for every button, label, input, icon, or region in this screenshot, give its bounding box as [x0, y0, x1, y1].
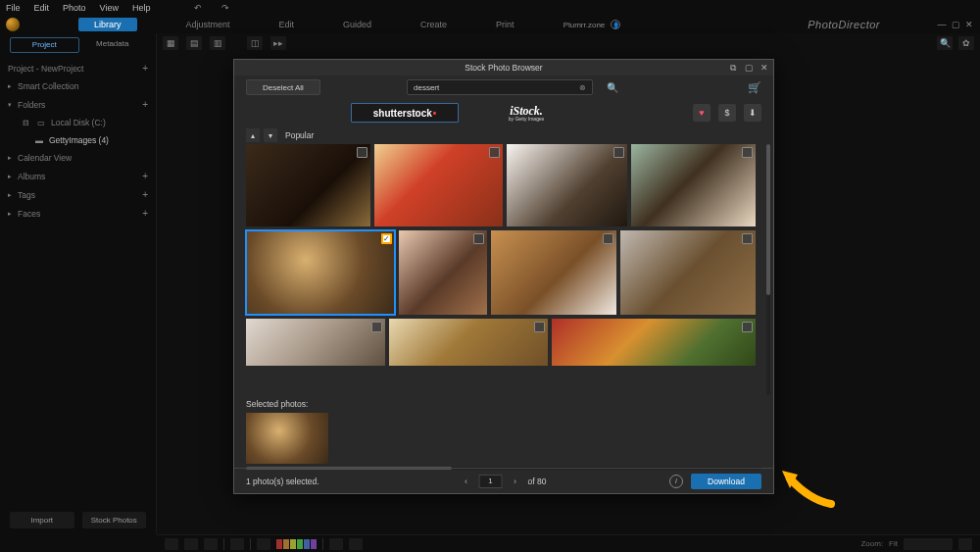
cart-icon[interactable]: 🛒	[748, 81, 761, 94]
info-icon[interactable]: i	[669, 475, 683, 488]
search-button-icon[interactable]: 🔍	[605, 79, 620, 95]
deselect-all-button[interactable]: Deselect All	[246, 79, 320, 95]
provider-istock-tab[interactable]: iStock. by Getty Images	[472, 103, 580, 123]
flag-icon[interactable]	[257, 538, 270, 550]
photo-thumb[interactable]	[620, 230, 756, 315]
view-toggle-icon[interactable]	[184, 538, 198, 550]
menu-view[interactable]: View	[100, 3, 119, 13]
thumb-checkbox[interactable]	[489, 147, 500, 158]
thumb-checkbox[interactable]	[613, 147, 624, 158]
thumb-checkbox[interactable]	[603, 233, 613, 244]
zoom-value[interactable]: Fit	[889, 539, 898, 548]
thumb-checkbox[interactable]	[371, 322, 382, 332]
share-icon[interactable]	[349, 538, 363, 550]
sort-asc-icon[interactable]: ▴	[246, 128, 260, 142]
mode-adjustment[interactable]: Adjustment	[186, 20, 230, 29]
side-tab-metadata[interactable]: Metadata	[79, 37, 147, 53]
sidebar-getty-folder[interactable]: ▬ GettyImages (4)	[0, 131, 156, 149]
photo-thumb[interactable]	[631, 144, 756, 226]
rating-icon[interactable]	[329, 538, 343, 550]
color-yellow-icon[interactable]	[290, 539, 296, 549]
favorites-icon[interactable]: ♥	[693, 104, 710, 122]
view-toggle2-icon[interactable]	[204, 538, 218, 550]
search-input[interactable]	[414, 83, 579, 92]
provider-shutterstock-tab[interactable]: shutterstock •	[351, 103, 459, 123]
plus-icon[interactable]: +	[142, 63, 148, 74]
compare-icon[interactable]: ◫	[247, 36, 263, 50]
close-icon[interactable]: ✕	[964, 20, 974, 29]
mode-create[interactable]: Create	[420, 20, 447, 29]
maximize-icon[interactable]: ▢	[951, 20, 960, 29]
undo-icon[interactable]: ↶	[191, 1, 205, 15]
sidebar-local-disk[interactable]: ⊟ ▭ Local Disk (C:)	[0, 114, 156, 131]
maximize-dialog-icon[interactable]: ▢	[744, 63, 754, 74]
menu-photo[interactable]: Photo	[63, 3, 86, 13]
thumb-checkbox[interactable]	[473, 233, 484, 244]
user-avatar-icon[interactable]: 👤	[611, 20, 620, 29]
rotate-icon[interactable]	[230, 538, 244, 550]
sort-desc-icon[interactable]: ▾	[264, 128, 277, 142]
sidebar-faces[interactable]: ▸ Faces +	[0, 204, 156, 223]
grid-scrollbar[interactable]	[766, 144, 770, 395]
side-tab-project[interactable]: Project	[10, 37, 79, 53]
color-green-icon[interactable]	[297, 539, 303, 549]
filmstrip-toggle-icon[interactable]	[165, 538, 178, 550]
close-dialog-icon[interactable]: ✕	[760, 63, 769, 74]
sort-label[interactable]: Popular	[285, 130, 314, 140]
thumb-checkbox[interactable]	[742, 233, 753, 244]
menu-edit[interactable]: Edit	[34, 3, 50, 13]
color-purple-icon[interactable]	[311, 539, 317, 549]
photo-thumb[interactable]	[552, 319, 756, 366]
photo-thumb[interactable]	[246, 319, 385, 366]
purchased-icon[interactable]: $	[718, 104, 736, 122]
color-orange-icon[interactable]	[283, 539, 289, 549]
plus-icon[interactable]: +	[142, 99, 148, 110]
view-single-icon[interactable]: ▦	[163, 36, 178, 50]
menu-help[interactable]: Help	[132, 3, 151, 13]
stock-photos-button[interactable]: Stock Photos	[82, 512, 147, 528]
redo-icon[interactable]: ↷	[219, 1, 232, 15]
sidebar-calendar[interactable]: ▸ Calendar View	[0, 149, 156, 167]
page-input[interactable]	[479, 475, 503, 488]
mode-library[interactable]: Library	[78, 18, 137, 31]
selected-thumb[interactable]	[246, 413, 328, 464]
sidebar-tags[interactable]: ▸ Tags +	[0, 185, 156, 204]
plus-icon[interactable]: +	[142, 189, 148, 200]
photo-thumb[interactable]	[374, 144, 503, 226]
import-button[interactable]: Import	[10, 512, 74, 528]
view-grid-icon[interactable]: ▤	[186, 36, 202, 50]
downloads-icon[interactable]: ⬇	[744, 104, 761, 122]
sidebar-smart-collection[interactable]: ▸ Smart Collection	[0, 77, 156, 95]
clear-search-icon[interactable]: ⊗	[579, 83, 586, 92]
zoom-slider-icon[interactable]	[904, 538, 953, 550]
user-name[interactable]: Plumrr.zone	[564, 21, 606, 29]
thumb-checkbox[interactable]	[742, 147, 753, 158]
color-red-icon[interactable]	[276, 539, 282, 549]
photo-thumb[interactable]	[246, 144, 370, 226]
sidebar-project-header[interactable]: Project - NewProject +	[0, 59, 156, 77]
photo-thumb[interactable]	[389, 319, 548, 366]
page-next-icon[interactable]: ›	[511, 477, 520, 486]
minimize-icon[interactable]: —	[937, 20, 947, 29]
photo-thumb[interactable]	[491, 230, 616, 315]
mode-edit[interactable]: Edit	[279, 20, 295, 29]
view-list-icon[interactable]: ▥	[210, 36, 225, 50]
photo-thumb[interactable]	[507, 144, 627, 226]
menu-file[interactable]: File	[6, 3, 21, 13]
thumb-checkbox[interactable]	[534, 322, 545, 332]
page-prev-icon[interactable]: ‹	[462, 477, 471, 486]
mode-print[interactable]: Print	[496, 20, 514, 29]
sidebar-albums[interactable]: ▸ Albums +	[0, 167, 156, 185]
thumb-checkbox[interactable]	[357, 147, 368, 158]
search-icon[interactable]: 🔍	[937, 36, 953, 50]
fullscreen-icon[interactable]	[958, 538, 972, 550]
thumb-checkbox[interactable]: ✓	[381, 233, 392, 244]
sidebar-folders[interactable]: ▾ Folders +	[0, 95, 156, 114]
settings-icon[interactable]: ✿	[958, 36, 974, 50]
photo-thumb[interactable]: ✓	[246, 230, 395, 315]
plus-icon[interactable]: +	[142, 171, 148, 181]
plus-icon[interactable]: +	[142, 208, 148, 219]
color-blue-icon[interactable]	[304, 539, 310, 549]
thumb-checkbox[interactable]	[742, 322, 753, 332]
mode-guided[interactable]: Guided	[343, 20, 371, 29]
